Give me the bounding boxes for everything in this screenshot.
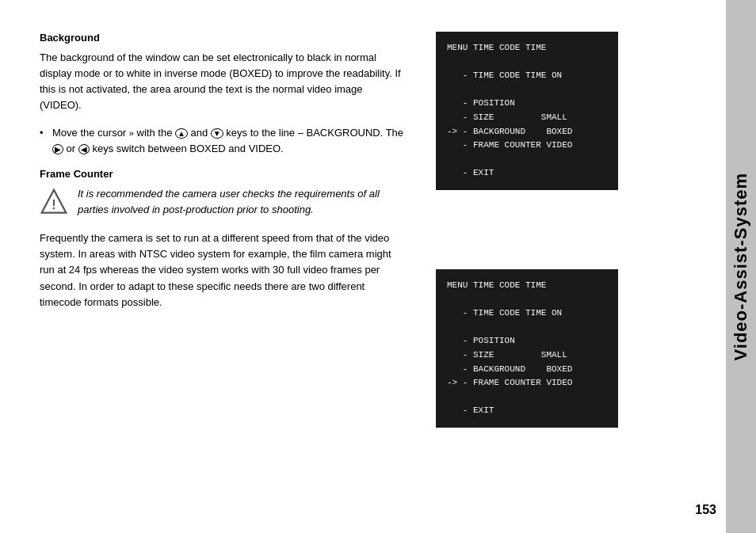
menu2-line-4 (447, 321, 607, 335)
menu1-line-7: -> - BACKGROUND BOXED (447, 125, 607, 139)
menu2-line-6: - SIZE SMALL (447, 348, 607, 363)
menu1-line-3: - TIME CODE TIME ON (447, 69, 607, 83)
menu1-line-8: - FRAME COUNTER VIDEO (447, 139, 607, 153)
menu2-line-9 (447, 390, 607, 405)
right-column: MENU TIME CODE TIME - TIME CODE TIME ON … (436, 32, 634, 509)
menu1-line-5: - POSITION (447, 97, 607, 111)
menu2-line-5: - POSITION (447, 334, 607, 348)
bullet-text: Move the cursor » with the ▲ and ▼ keys … (52, 127, 403, 154)
menu-box-2: MENU TIME CODE TIME - TIME CODE TIME ON … (436, 269, 618, 428)
menu2-line-7: - BACKGROUND BOXED (447, 363, 607, 377)
background-title: Background (40, 32, 404, 44)
background-section: Background The background of the window … (40, 32, 404, 157)
frame-counter-section: Frame Counter ! It is recommended the ca… (40, 168, 404, 310)
menu-box-1: MENU TIME CODE TIME - TIME CODE TIME ON … (436, 32, 618, 190)
menu2-line-8: -> - FRAME COUNTER VIDEO (447, 376, 607, 390)
menu2-line-10: - EXIT (447, 404, 607, 418)
menu2-line-3: - TIME CODE TIME ON (447, 306, 607, 321)
svg-text:!: ! (52, 197, 55, 211)
frame-counter-paragraph1: Frequently the camera is set to run at a… (40, 230, 404, 310)
background-paragraph1: The background of the window can be set … (40, 50, 404, 114)
menu1-line-6: - SIZE SMALL (447, 111, 607, 125)
menu1-line-4 (447, 83, 607, 97)
warning-icon: ! (40, 188, 68, 216)
vertical-title: Video-Assist-System (731, 173, 751, 360)
side-tab: Video-Assist-System (726, 0, 756, 533)
menu2-line-1: MENU TIME CODE TIME (447, 279, 607, 293)
menu1-line-9 (447, 153, 607, 167)
menu1-line-10: - EXIT (447, 166, 607, 181)
page-number: 153 (695, 503, 716, 517)
frame-counter-title: Frame Counter (40, 168, 404, 180)
warning-box: ! It is recommended the camera user chec… (40, 186, 404, 218)
menu1-line-2 (447, 55, 607, 70)
warning-text: It is recommended the camera user checks… (78, 186, 404, 218)
background-bullet1: Move the cursor » with the ▲ and ▼ keys … (40, 125, 404, 157)
menu2-line-2 (447, 293, 607, 307)
menu1-line-1: MENU TIME CODE TIME (447, 41, 607, 55)
